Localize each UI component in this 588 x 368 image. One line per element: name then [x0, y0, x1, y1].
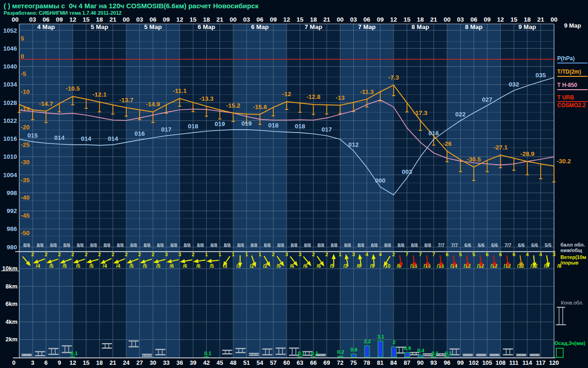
cloud-cover-value: 8/8	[411, 242, 418, 248]
wind-speed-value: 3	[178, 252, 181, 257]
bottom-hour-label: 30	[150, 359, 156, 366]
bottom-hour-label: 9	[58, 359, 61, 366]
temp-point-label: -14.7	[39, 100, 53, 107]
top-hour-label: 15	[403, 16, 411, 23]
height-tick-label: 2km	[6, 336, 17, 343]
cloud-cover-value: 8/8	[144, 242, 151, 248]
pressure-point-label: 000	[375, 177, 385, 184]
top-hour-label: 06	[470, 16, 478, 23]
bottom-hour-label: 36	[176, 359, 183, 366]
precip-value: 0.1	[431, 351, 438, 356]
cloud-cover-value: 7/7	[504, 242, 511, 248]
date-label: 5 Мар	[90, 23, 108, 30]
legend-wind-line1: Ветер(10м	[560, 254, 586, 260]
cloud-cover-value: 5/5	[545, 242, 552, 248]
height-tick-label: 6km	[6, 300, 17, 307]
top-hour-label: 09	[377, 16, 384, 23]
top-hour-label: 03	[243, 16, 250, 23]
wind-gust-value: /6	[196, 263, 200, 269]
bottom-hour-label: 63	[297, 359, 303, 366]
wind-gust-value: /5	[209, 263, 214, 269]
temp-point-label: -13.7	[119, 97, 133, 104]
wind-gust-value: /6	[183, 263, 187, 269]
wind-speed-value: 6	[486, 252, 488, 257]
top-hour-label: 06	[149, 16, 157, 23]
wind-speed-value: 2	[31, 252, 34, 257]
wind-gust-value: /5	[143, 263, 147, 269]
date-label: 5 Мар	[144, 23, 162, 30]
legend-convective-cloud: Конв.обл.	[561, 300, 583, 305]
convective-cloud-symbol	[556, 307, 566, 325]
cloud-cover-value: 8/8	[184, 242, 191, 248]
top-hour-label: 12	[283, 16, 290, 23]
height-tick-label: 8km	[6, 283, 17, 290]
top-hour-label: 06	[256, 16, 264, 23]
cloud-cover-value: 6/6	[518, 242, 525, 248]
wind-gust-value: /5	[90, 263, 94, 269]
wind-speed-value: 4	[526, 252, 529, 257]
precip-value: 0.1	[204, 351, 211, 356]
pressure-tick-label: 1034	[3, 81, 17, 88]
cloud-cover-value: 8/8	[224, 242, 231, 248]
precip-bar	[365, 346, 370, 357]
cloud-cover-value: 8/8	[157, 242, 164, 248]
cloud-cover-value: 8/8	[317, 242, 324, 248]
height-axis-labels: 10km8km6km4km2km	[2, 265, 17, 343]
bottom-hour-label: 75	[350, 359, 356, 366]
wind-speed-value: 7	[419, 252, 422, 257]
precip-bar	[338, 356, 343, 357]
wind-speed-value: 6	[499, 252, 502, 257]
pressure-point-label: 019	[215, 121, 225, 127]
top-hour-label: 00	[230, 16, 237, 23]
temp-point-label: -7.3	[388, 74, 399, 81]
cloud-cover-value: 8/8	[130, 242, 137, 248]
precip-value: 0.2	[337, 349, 344, 355]
bottom-hour-label: 84	[390, 359, 397, 366]
pressure-tick-label: 1022	[3, 117, 17, 124]
bottom-hour-label: 78	[363, 359, 370, 366]
date-label: 7 Мар	[358, 23, 375, 30]
top-hour-label: 09	[56, 16, 63, 23]
temp-point-label: -13	[336, 94, 345, 101]
wind-speed-value: 2	[98, 252, 101, 257]
temp-point-label: -11.1	[173, 87, 187, 94]
temp-point-label: -14.9	[146, 101, 160, 108]
precip-bar	[351, 354, 356, 357]
precip-value: 0.6	[351, 347, 357, 352]
legend-cloud-line1: балл обл.	[560, 242, 585, 247]
legend-t850: T H-850	[557, 82, 588, 90]
bottom-hour-label: 93	[430, 359, 437, 366]
temp-point-label: -10.5	[66, 85, 80, 92]
pressure-tick-label: 1004	[3, 172, 17, 178]
wind-gust-value: /5	[130, 263, 134, 269]
pressure-tick-label: 980	[6, 244, 17, 251]
pressure-tick-label: 1010	[3, 153, 17, 160]
cloud-cover-value: 6/6	[464, 242, 471, 248]
wind-gust-value: /5	[76, 263, 80, 269]
top-hour-label: 00	[337, 16, 344, 23]
wind-gust-value: /5	[156, 263, 160, 269]
wind-speed-value: 2	[152, 252, 154, 257]
temp-point-label: -17.3	[413, 109, 428, 116]
pressure-point-label: 016	[135, 130, 145, 137]
top-hour-label: 21	[537, 16, 544, 23]
temp-tick-label: -45	[21, 212, 30, 219]
cloud-cover-value: 8/8	[90, 242, 97, 248]
precip-legend-box	[556, 348, 563, 357]
cloud-cover-value: 8/8	[237, 242, 244, 248]
pressure-point-label: 016	[429, 130, 439, 137]
cloud-cover-value: 8/8	[117, 242, 124, 248]
wind-speed-value: 5	[459, 252, 462, 257]
wind-speed-value: 7	[432, 252, 435, 257]
pressure-point-label: 032	[509, 81, 519, 88]
temp-point-label: -30.2	[557, 158, 571, 165]
top-hour-label: 15	[510, 16, 518, 23]
top-hour-label: 18	[417, 16, 424, 23]
wind-speed-value: 3	[553, 252, 555, 257]
wind-speed-value: 1	[259, 252, 261, 257]
wind-gust-value: /6	[357, 263, 361, 269]
date-label: 7 Мар	[305, 23, 322, 30]
temp-tick-label: -25	[21, 141, 30, 148]
pressure-point-label: 012	[348, 141, 359, 148]
bottom-hour-label: 6	[45, 359, 48, 366]
